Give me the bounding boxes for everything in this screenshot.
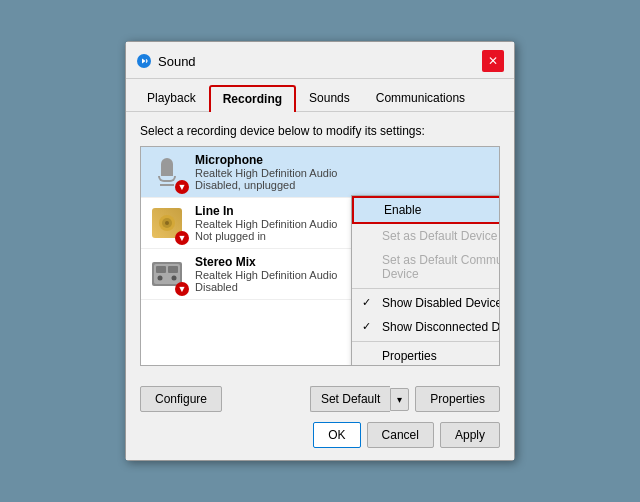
context-separator-1 xyxy=(352,288,500,289)
device-item-microphone[interactable]: ▼ Microphone Realtek High Definition Aud… xyxy=(141,147,499,198)
context-item-show-disabled[interactable]: Show Disabled Devices xyxy=(352,291,500,315)
microphone-info: Microphone Realtek High Definition Audio… xyxy=(195,153,491,191)
stereomix-icon: ▼ xyxy=(149,256,185,292)
microphone-driver: Realtek High Definition Audio xyxy=(195,167,491,179)
title-bar: Sound ✕ xyxy=(126,42,514,79)
sound-dialog: Sound ✕ Playback Recording Sounds Commun… xyxy=(125,41,515,461)
microphone-status: Disabled, unplugged xyxy=(195,179,491,191)
context-item-show-disconnected[interactable]: Show Disconnected Devices xyxy=(352,315,500,339)
instruction-text: Select a recording device below to modif… xyxy=(140,124,500,138)
sound-icon xyxy=(136,53,152,69)
device-list: ▼ Microphone Realtek High Definition Aud… xyxy=(140,146,500,366)
tab-sounds[interactable]: Sounds xyxy=(296,85,363,111)
svg-point-7 xyxy=(158,276,163,281)
svg-point-3 xyxy=(165,221,169,225)
context-item-set-default: Set as Default Device xyxy=(352,224,500,248)
linein-status-badge: ▼ xyxy=(175,231,189,245)
linein-icon: ▼ xyxy=(149,205,185,241)
dialog-buttons: OK Cancel Apply xyxy=(126,422,514,460)
svg-point-8 xyxy=(172,276,177,281)
cancel-button[interactable]: Cancel xyxy=(367,422,434,448)
tab-content: Select a recording device below to modif… xyxy=(126,112,514,378)
context-item-enable[interactable]: Enable xyxy=(352,196,500,224)
context-item-set-default-comm: Set as Default Communication Device xyxy=(352,248,500,286)
set-default-arrow-button[interactable]: ▾ xyxy=(390,388,409,411)
disabled-badge: ▼ xyxy=(175,180,189,194)
title-bar-left: Sound xyxy=(136,53,196,69)
tab-bar: Playback Recording Sounds Communications xyxy=(126,79,514,112)
ok-button[interactable]: OK xyxy=(313,422,360,448)
microphone-name: Microphone xyxy=(195,153,491,167)
tab-communications[interactable]: Communications xyxy=(363,85,478,111)
configure-button[interactable]: Configure xyxy=(140,386,222,412)
stereomix-status-badge: ▼ xyxy=(175,282,189,296)
apply-button[interactable]: Apply xyxy=(440,422,500,448)
context-separator-2 xyxy=(352,341,500,342)
bottom-right-buttons: Set Default ▾ Properties xyxy=(310,386,500,412)
set-default-button-group: Set Default ▾ xyxy=(310,386,409,412)
properties-button[interactable]: Properties xyxy=(415,386,500,412)
close-button[interactable]: ✕ xyxy=(482,50,504,72)
dialog-title: Sound xyxy=(158,54,196,69)
set-default-main-button[interactable]: Set Default xyxy=(310,386,390,412)
context-item-properties[interactable]: Properties xyxy=(352,344,500,366)
tab-recording[interactable]: Recording xyxy=(209,85,296,112)
microphone-icon: ▼ xyxy=(149,154,185,190)
context-menu: Enable Set as Default Device Set as Defa… xyxy=(351,195,500,366)
svg-rect-5 xyxy=(156,266,166,273)
bottom-left-buttons: Configure xyxy=(140,386,222,412)
bottom-bar: Configure Set Default ▾ Properties xyxy=(126,378,514,422)
svg-rect-6 xyxy=(168,266,178,273)
tab-playback[interactable]: Playback xyxy=(134,85,209,111)
